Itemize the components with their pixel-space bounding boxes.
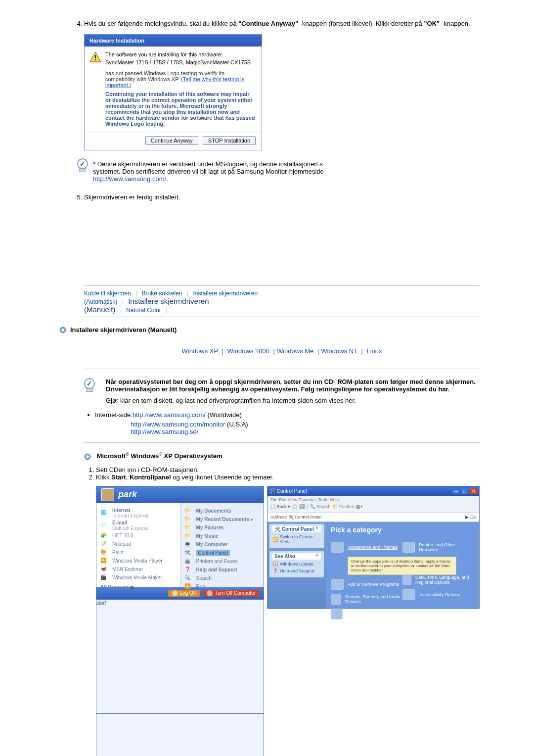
- cat-date-time[interactable]: Date, Time, Language, and Regional Optio…: [402, 574, 474, 585]
- up-button[interactable]: ⬆️: [299, 504, 305, 509]
- power-icon: [207, 590, 213, 596]
- folders-button[interactable]: 📁 Folders: [332, 504, 354, 509]
- start-search-label: Search: [196, 575, 212, 581]
- back-button[interactable]: ◯ Back ▾: [270, 504, 290, 509]
- note-box-line2: Gjør klar en tom diskett, og last ned dr…: [106, 397, 480, 404]
- start-wmm[interactable]: 🎬Windows Movie Maker: [100, 574, 176, 581]
- tab-driver-manual-l1: Installere skjermdriveren: [128, 297, 209, 305]
- tab-sokkel[interactable]: Bruke sokkelen: [142, 290, 182, 297]
- maximize-button[interactable]: □: [461, 488, 468, 494]
- link-windows-me[interactable]: Windows Me: [277, 347, 313, 355]
- link-samsung-monitor-us[interactable]: http://www.samsung.com/monitor: [131, 421, 225, 428]
- cat-c4-label: Date, Time, Language, and Regional Optio…: [415, 575, 474, 585]
- certified-driver-note: ✓ * Denne skjermdriveren er sertifisert …: [84, 160, 480, 183]
- folders-label: Folders: [339, 504, 354, 509]
- start-my-pictures[interactable]: 📁My Pictures: [184, 524, 260, 531]
- start-printers[interactable]: 🖨️Printers and Faxes: [184, 558, 260, 565]
- access-icon: [402, 589, 415, 600]
- tab-koble[interactable]: Koble til skjermen: [84, 290, 131, 297]
- manual-install-heading-text: Installere skjermdriveren (Manuelt): [70, 326, 177, 333]
- search-label: Search: [316, 504, 331, 509]
- tab-natural-color[interactable]: Natural Color: [126, 307, 161, 314]
- xp-start-button[interactable]: start: [96, 600, 264, 713]
- minimize-button[interactable]: —: [452, 488, 459, 494]
- collapse-icon[interactable]: ⌃: [315, 554, 319, 559]
- site-label: Internet-side:: [95, 411, 133, 419]
- app-icon: 🧩: [100, 532, 109, 539]
- start-my-documents[interactable]: 📁My Documents: [184, 508, 260, 515]
- start-hct[interactable]: 🧩HCT 10.0: [100, 532, 176, 539]
- link-samsung-ww[interactable]: http://www.samsung.com/: [133, 411, 206, 419]
- start-notepad[interactable]: 📝Notepad: [100, 541, 176, 548]
- link-windows-2000[interactable]: Windows 2000: [227, 347, 269, 355]
- step-4: Hvis du ser følgende meldingsvindu, skal…: [84, 20, 480, 183]
- link-samsung-se[interactable]: http://www.samsung.se/: [131, 428, 198, 435]
- link-windows-xp[interactable]: Windows XP: [181, 347, 218, 355]
- link-windows-nt[interactable]: Windows NT: [321, 347, 357, 355]
- start-internet[interactable]: 🌐InternetInternet Explorer: [100, 508, 176, 519]
- control-panel-window: 🛠️ Control Panel — □ ✕ File Edit View Fa…: [267, 486, 480, 609]
- xp-start-label: start: [96, 600, 106, 606]
- search-button[interactable]: 🔍 Search: [310, 504, 330, 509]
- start-control-panel[interactable]: 🛠️Control Panel: [184, 550, 260, 557]
- stop-installation-button[interactable]: STOP Installation: [203, 136, 256, 145]
- start-my-music[interactable]: 📁My Music: [184, 533, 260, 540]
- switch-classic-link[interactable]: 🔁Switch to Classic View: [272, 534, 321, 544]
- hardware-installation-dialog: Hardware Installation The software you a…: [84, 34, 262, 150]
- cat-add-remove[interactable]: Add or Remove Programs: [331, 579, 402, 590]
- cp-menubar[interactable]: File Edit View Favorites Tools Help: [270, 497, 476, 504]
- cat-c5-label: Sounds, Speech, and Audio Devices: [345, 594, 402, 604]
- manual-install-heading: Installere skjermdriveren (Manuelt): [59, 326, 480, 333]
- ms2b: Start: [111, 473, 126, 481]
- windows-update-link[interactable]: 🪟Windows Update: [272, 562, 321, 567]
- start-help[interactable]: ❓Help and Support: [184, 567, 260, 573]
- start-search[interactable]: 🔍Search: [184, 575, 260, 582]
- help-icon: ❓: [184, 567, 193, 573]
- step4-text-1: Hvis du ser følgende meldingsvindu, skal…: [84, 20, 238, 27]
- svg-point-4: [62, 329, 64, 331]
- turn-off-button[interactable]: Turn Off Computer: [203, 590, 260, 597]
- start-paint[interactable]: 🎨Paint: [100, 549, 176, 556]
- cat-sounds[interactable]: Sounds, Speech, and Audio Devices: [331, 594, 402, 605]
- folder-icon: 📁: [184, 516, 193, 523]
- collapse-icon[interactable]: ⌃: [315, 526, 319, 532]
- start-notepad-label: Notepad: [112, 541, 131, 547]
- svg-rect-1: [95, 55, 96, 58]
- start-hct-label: HCT 10.0: [112, 533, 134, 538]
- start-msn[interactable]: 🦋MSN Explorer: [100, 566, 176, 573]
- xp-start-menu: park 🌐InternetInternet Explorer ✉️E-mail…: [96, 486, 264, 600]
- ms2e: og velg ikonet Utseende og temaer.: [171, 473, 274, 481]
- link-linux[interactable]: Linux: [366, 347, 382, 355]
- go-button[interactable]: ▶ Go: [465, 515, 476, 520]
- hardware-icon: [402, 542, 415, 553]
- sound-icon: [331, 594, 341, 605]
- start-all-programs[interactable]: All Programs ▶: [100, 584, 176, 590]
- cat-printers-hardware[interactable]: Printers and Other Hardware: [402, 542, 474, 553]
- xp-user: park: [118, 489, 137, 500]
- cat-appearance-themes[interactable]: Appearance and Themes: [331, 542, 402, 553]
- log-off-button[interactable]: Log Off: [168, 590, 200, 597]
- start-email[interactable]: ✉️E-mailOutlook Express: [100, 520, 176, 531]
- ie-icon: 🌐: [100, 510, 109, 517]
- start-recent-docs[interactable]: 📁My Recent Documents ▸: [184, 516, 260, 523]
- close-button[interactable]: ✕: [470, 488, 477, 494]
- warning-icon: [89, 51, 101, 62]
- turnoff-label: Turn Off Computer: [215, 590, 256, 596]
- start-run[interactable]: ▶️Run…: [184, 583, 260, 590]
- ms-pre: Microsoft: [97, 452, 126, 460]
- cat-accessibility[interactable]: Accessibility Options: [402, 589, 474, 600]
- update-icon: 🪟: [272, 562, 278, 567]
- chevron-right-icon: ▶: [131, 584, 135, 590]
- cat-performance[interactable]: Performance and Maintenance: [331, 609, 402, 619]
- start-my-computer[interactable]: 💻My Computer: [184, 541, 260, 548]
- start-wmp[interactable]: ▶️Windows Media Player: [100, 558, 176, 565]
- help-support-link[interactable]: ❓Help and Support: [272, 568, 321, 573]
- samsung-link[interactable]: http://www.samsung.com/: [93, 175, 166, 183]
- folder-icon: 📁: [184, 524, 193, 531]
- note-text2: systemet. Den sertifiserte driveren vil …: [93, 168, 324, 175]
- cp-pick-heading: Pick a category: [331, 526, 474, 534]
- tab-driver-manual-l2: (Manuelt): [84, 305, 115, 314]
- continue-anyway-button[interactable]: Continue Anyway: [145, 136, 198, 145]
- views-button[interactable]: ▦▾: [356, 504, 363, 509]
- forward-button[interactable]: ◯: [292, 504, 297, 509]
